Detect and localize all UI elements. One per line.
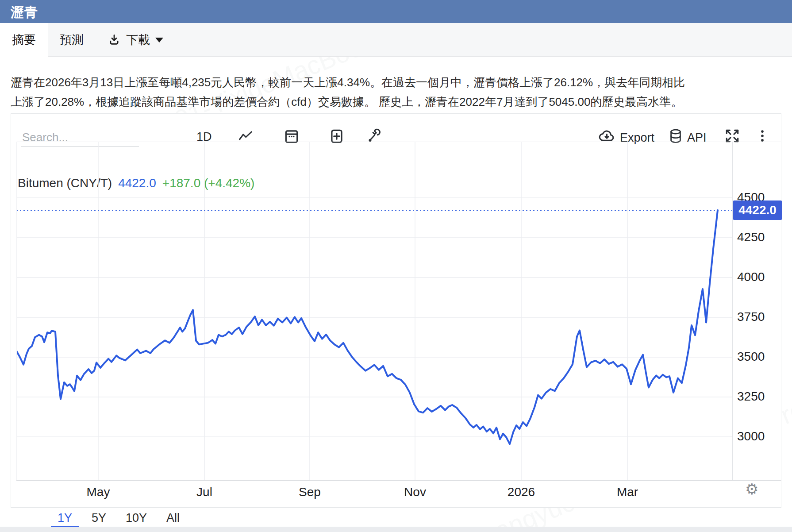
y-axis-label: 4000	[737, 270, 783, 284]
nav-tab-摘要[interactable]: 摘要	[0, 23, 48, 57]
price-line-chart	[16, 142, 732, 481]
range-tab-All[interactable]: All	[159, 510, 187, 526]
nav-tab-strip: 摘要預測下載	[0, 23, 792, 57]
summary-paragraph: 瀝青在2026年3月13日上漲至每噸4,235元人民幣，較前一天上漲4.34%。…	[11, 73, 690, 112]
last-price-tag: 4422.0	[733, 200, 782, 220]
nav-tab-label: 預測	[60, 32, 84, 48]
y-axis-label: 4250	[737, 230, 783, 244]
range-row-border	[11, 508, 781, 508]
download-icon	[108, 33, 121, 46]
x-axis-label: Nov	[384, 485, 446, 499]
range-selector: 1Y5Y10YAll	[50, 510, 187, 526]
page-canvas: wangyu01-YixideMacBook-Pro-20 wangyu01-Y…	[0, 0, 792, 532]
gear-icon[interactable]: ⚙	[745, 482, 758, 497]
y-axis-label: 3750	[737, 310, 783, 324]
plot-border-top	[16, 142, 781, 142]
nav-tab-label: 摘要	[12, 32, 36, 48]
plot-border-left	[16, 142, 17, 480]
x-axis-line	[16, 480, 781, 481]
y-axis-label: 3500	[737, 350, 783, 364]
nav-tab-下載[interactable]: 下載	[96, 23, 175, 57]
top-header-bar: 瀝青	[0, 0, 792, 23]
footer-strip	[0, 527, 792, 532]
range-tab-10Y[interactable]: 10Y	[118, 510, 154, 526]
x-axis-label: 2026	[490, 485, 552, 499]
y-axis-label: 3000	[737, 429, 783, 443]
nav-tab-預測[interactable]: 預測	[48, 23, 96, 57]
x-axis-label: Mar	[596, 485, 658, 499]
page-title: 瀝青	[11, 4, 38, 22]
plot-border-right	[732, 142, 733, 480]
y-axis-label: 3250	[737, 389, 783, 404]
range-tab-1Y[interactable]: 1Y	[50, 510, 80, 526]
nav-tab-label: 下載	[126, 32, 150, 48]
x-axis-label: Jul	[173, 485, 235, 499]
x-axis-label: Sep	[279, 485, 341, 499]
caret-down-icon	[155, 38, 163, 42]
range-tab-5Y[interactable]: 5Y	[84, 510, 114, 526]
price-series-line	[16, 210, 718, 444]
x-axis-label: May	[67, 485, 129, 499]
